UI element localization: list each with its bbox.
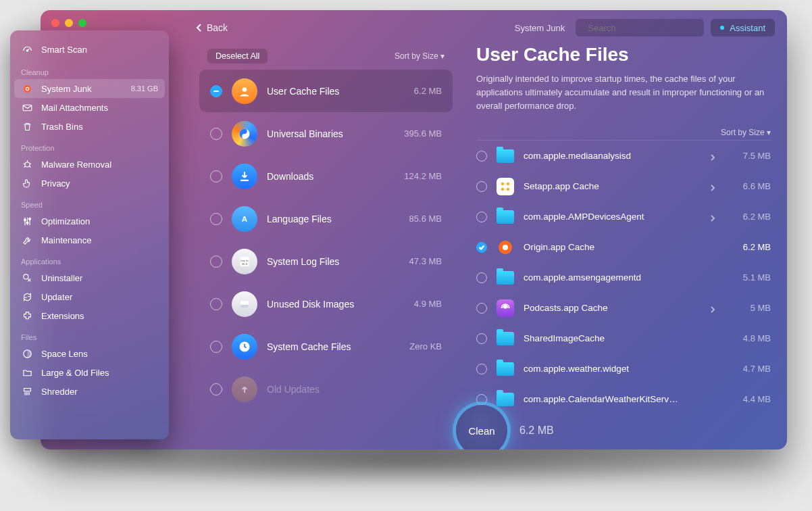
search-field[interactable] [576, 19, 704, 36]
item-name: com.apple.amsengagementd [524, 272, 641, 283]
svg-rect-14 [506, 187, 510, 191]
checkbox[interactable] [476, 303, 487, 314]
category-row[interactable]: User Cache Files 6.2 MB [199, 70, 453, 112]
clean-button[interactable]: Clean [456, 405, 507, 449]
item-size: 6.2 MB [725, 212, 771, 222]
back-button[interactable]: Back [196, 22, 228, 33]
sidebar-item-large-old-files[interactable]: Large & Old Files [10, 363, 169, 382]
checkbox[interactable] [210, 213, 222, 225]
category-row[interactable]: System Cache Files Zero KB [199, 325, 453, 368]
category-name: Unused Disk Images [267, 299, 354, 310]
category-sort-button[interactable]: Sort by Size ▾ [395, 51, 445, 61]
sidebar-item-trash-bins[interactable]: Trash Bins [10, 117, 169, 136]
list-item[interactable]: com.apple.weather.widget 4.7 MB [476, 354, 771, 384]
disk-icon [232, 291, 257, 317]
minimize-window-button[interactable] [65, 19, 73, 27]
detail-sort-button[interactable]: Sort by Size ▾ [721, 128, 771, 137]
sidebar-item-maintenance[interactable]: Maintenance [10, 230, 169, 249]
sidebar-item-malware-removal[interactable]: Malware Removal [10, 155, 169, 174]
category-name: Downloads [267, 171, 313, 182]
checkbox[interactable] [210, 298, 222, 310]
sidebar-item-shredder[interactable]: Shredder [10, 382, 169, 401]
checkbox[interactable] [210, 383, 222, 395]
sidebar-item-optimization[interactable]: Optimization [10, 212, 169, 230]
sidebar-item-space-lens[interactable]: Space Lens [10, 344, 169, 363]
checkbox[interactable] [210, 85, 222, 97]
chevron-right-icon [710, 213, 715, 221]
close-window-button[interactable] [51, 19, 59, 27]
category-name: System Log Files [267, 256, 339, 267]
sidebar-item-system-junk[interactable]: System Junk 8.31 GB [14, 79, 165, 98]
system-junk-size: 8.31 GB [131, 84, 158, 93]
item-size: 4.4 MB [725, 394, 771, 404]
hand-icon [21, 177, 33, 189]
list-item[interactable]: com.apple.mediaanalysisd 7.5 MB [476, 141, 771, 171]
category-name: System Cache Files [267, 341, 351, 352]
list-item[interactable]: com.apple.amsengagementd 5.1 MB [476, 262, 771, 293]
category-row[interactable]: Unused Disk Images 4.9 MB [199, 283, 453, 325]
svg-line-28 [29, 166, 30, 167]
folder-icon [497, 149, 514, 163]
list-item[interactable]: Podcasts.app Cache 5 MB [476, 293, 771, 323]
deselect-all-button[interactable]: Deselect All [207, 49, 268, 64]
detail-description: Originally intended to improve startup t… [476, 72, 771, 113]
svg-rect-11 [501, 182, 505, 186]
svg-point-32 [24, 218, 26, 220]
lens-icon [21, 347, 33, 360]
checkbox[interactable] [476, 212, 487, 222]
checkbox[interactable] [476, 364, 487, 374]
checkbox[interactable] [210, 170, 222, 182]
item-name: SharedImageCache [524, 333, 605, 343]
assistant-button[interactable]: Assistant [711, 19, 775, 36]
sidebar-item-privacy[interactable]: Privacy [10, 174, 169, 193]
clock-icon [232, 334, 257, 360]
checkbox[interactable] [476, 181, 487, 192]
checkbox[interactable] [476, 272, 487, 283]
svg-rect-22 [23, 105, 32, 111]
log-icon: tem lo56 0 [232, 249, 257, 274]
checkbox[interactable] [476, 151, 487, 162]
sidebar: Smart Scan Cleanup System Junk 8.31 GB M… [10, 30, 169, 439]
category-row[interactable]: tem lo56 0 System Log Files 47.3 MB [199, 240, 453, 283]
category-row[interactable]: A Language Files 85.6 MB [199, 197, 453, 240]
item-size: 7.5 MB [725, 151, 771, 161]
checkbox[interactable] [210, 256, 222, 268]
sidebar-item-extensions[interactable]: Extensions [10, 306, 169, 325]
list-item[interactable]: com.apple.AMPDevicesAgent 6.2 MB [476, 201, 771, 232]
gear-icon [21, 82, 33, 95]
category-pane: Deselect All Sort by Size ▾ User Cache F… [193, 43, 459, 449]
search-input[interactable] [588, 23, 701, 33]
assistant-label: Assistant [730, 23, 765, 33]
sidebar-section-protection: Protection [10, 136, 169, 155]
svg-line-27 [24, 166, 25, 167]
list-item[interactable]: Setapp.app Cache 6.6 MB [476, 171, 771, 201]
svg-point-34 [28, 218, 30, 220]
sidebar-item-mail-attachments[interactable]: Mail Attachments [10, 98, 169, 117]
sidebar-item-uninstaller[interactable]: Uninstaller [10, 268, 169, 287]
svg-rect-9 [240, 304, 249, 307]
checkbox[interactable] [210, 128, 222, 140]
item-size: 5.1 MB [725, 272, 771, 283]
refresh-icon [21, 291, 33, 303]
checkbox[interactable] [210, 341, 222, 353]
list-item[interactable]: SharedImageCache 4.8 MB [476, 323, 771, 354]
category-size: 4.9 MB [414, 299, 442, 309]
item-name: com.apple.mediaanalysisd [524, 151, 631, 161]
folder-icon [497, 362, 514, 376]
category-row[interactable]: Downloads 124.2 MB [199, 155, 453, 197]
detail-pane: User Cache Files Originally intended to … [463, 43, 787, 449]
category-row[interactable]: Universal Binaries 395.6 MB [199, 112, 453, 155]
download-icon [232, 164, 257, 189]
checkbox[interactable] [476, 394, 487, 405]
list-item[interactable]: Origin.app Cache 6.2 MB [476, 232, 771, 262]
checkbox[interactable] [476, 333, 487, 344]
svg-point-20 [23, 84, 30, 92]
folder-icon [497, 210, 514, 224]
sidebar-smart-scan[interactable]: Smart Scan [10, 39, 169, 60]
fullscreen-window-button[interactable] [78, 19, 86, 27]
bug-icon [21, 158, 33, 170]
category-row[interactable]: Old Updates [199, 368, 453, 410]
sidebar-item-updater[interactable]: Updater [10, 287, 169, 306]
item-size: 6.2 MB [725, 242, 771, 252]
checkbox[interactable] [476, 242, 487, 253]
